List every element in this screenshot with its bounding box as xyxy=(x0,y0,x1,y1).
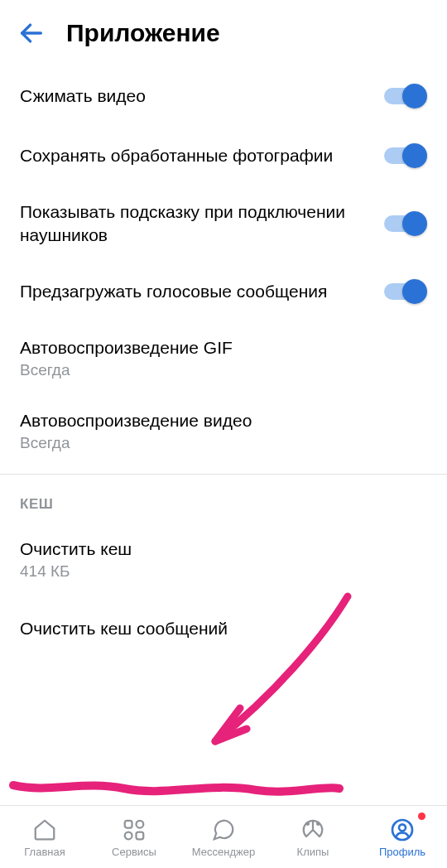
setting-save-processed-photos[interactable]: Сохранять обработанные фотографии xyxy=(0,126,447,186)
svg-rect-1 xyxy=(125,821,132,828)
settings-list: Сжимать видео Сохранять обработанные фот… xyxy=(0,66,447,655)
setting-value: 414 КБ xyxy=(20,562,427,581)
setting-clear-messages-cache[interactable]: Очистить кеш сообщений xyxy=(0,596,447,655)
setting-label: Автовоспроизведение GIF xyxy=(20,336,427,359)
nav-label: Главная xyxy=(24,846,65,858)
services-icon xyxy=(120,816,148,844)
setting-preload-voice[interactable]: Предзагружать голосовые сообщения xyxy=(0,262,447,321)
setting-value: Всегда xyxy=(20,434,427,452)
page-title: Приложение xyxy=(66,19,220,47)
svg-point-8 xyxy=(399,824,406,831)
setting-autoplay-gif[interactable]: Автовоспроизведение GIF Всегда xyxy=(0,321,447,394)
setting-clear-cache[interactable]: Очистить кеш 414 КБ xyxy=(0,523,447,596)
setting-label: Сохранять обработанные фотографии xyxy=(20,144,381,167)
nav-label: Сервисы xyxy=(112,846,156,858)
chat-icon xyxy=(209,816,238,844)
svg-point-6 xyxy=(317,822,320,825)
nav-profile[interactable]: Профиль xyxy=(358,806,447,868)
profile-icon xyxy=(388,816,416,844)
toggle-compress-video[interactable] xyxy=(381,81,427,111)
clips-icon xyxy=(299,816,327,844)
nav-label: Мессенджер xyxy=(192,846,255,858)
nav-home[interactable]: Главная xyxy=(0,806,89,868)
nav-clips[interactable]: Клипы xyxy=(268,806,358,868)
setting-label: Предзагружать голосовые сообщения xyxy=(20,280,381,303)
setting-value: Всегда xyxy=(20,361,427,379)
setting-label: Сжимать видео xyxy=(20,84,381,108)
setting-label: Очистить кеш сообщений xyxy=(20,617,427,640)
app-header: Приложение xyxy=(0,0,447,66)
toggle-preload-voice[interactable] xyxy=(381,277,427,306)
setting-autoplay-video[interactable]: Автовоспроизведение видео Всегда xyxy=(0,394,447,467)
home-icon xyxy=(31,816,59,844)
setting-label: Автовоспроизведение видео xyxy=(20,409,427,432)
svg-rect-2 xyxy=(137,821,144,828)
notification-dot xyxy=(418,813,425,820)
svg-point-5 xyxy=(307,822,310,825)
arrow-left-icon xyxy=(17,19,46,47)
back-button[interactable] xyxy=(10,12,53,55)
nav-services[interactable]: Сервисы xyxy=(89,806,179,868)
setting-compress-video[interactable]: Сжимать видео xyxy=(0,66,447,126)
nav-label: Профиль xyxy=(379,846,425,858)
nav-label: Клипы xyxy=(297,846,329,858)
setting-label: Показывать подсказку при подключении нау… xyxy=(20,200,381,247)
toggle-headphone-hint[interactable] xyxy=(381,209,427,239)
bottom-nav: Главная Сервисы Мессенджер xyxy=(0,805,447,868)
svg-rect-4 xyxy=(137,832,144,840)
setting-label: Очистить кеш xyxy=(20,538,427,561)
section-header-cache: КЕШ xyxy=(0,475,447,523)
setting-headphone-hint[interactable]: Показывать подсказку при подключении нау… xyxy=(0,186,447,262)
toggle-save-processed-photos[interactable] xyxy=(381,141,427,171)
nav-messenger[interactable]: Мессенджер xyxy=(179,806,268,868)
svg-rect-3 xyxy=(125,832,132,840)
